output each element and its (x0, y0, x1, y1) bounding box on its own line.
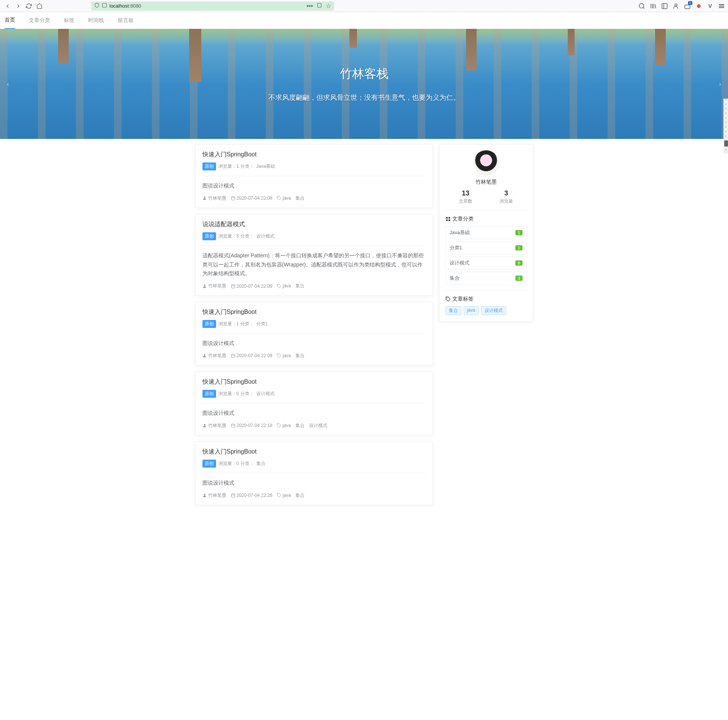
nav-item-4[interactable]: 留言板 (118, 13, 134, 28)
nav-item-2[interactable]: 标签 (64, 13, 74, 28)
article-category-link[interactable]: 设计模式 (256, 391, 275, 397)
article-category-link[interactable]: 集合 (256, 460, 265, 467)
author-icon: 竹林笔墨 (202, 422, 226, 429)
category-item[interactable]: 设计模式8 (445, 257, 527, 269)
article-excerpt: 图说设计模式 (202, 181, 426, 191)
library-icon[interactable] (650, 3, 657, 9)
nav-item-3[interactable]: 时间线 (88, 13, 104, 28)
category-item[interactable]: Java基础1 (445, 226, 527, 239)
date-icon: 2020-07-04 22:08 (231, 195, 273, 201)
search-icon[interactable] (638, 3, 645, 9)
vue-devtools-icon[interactable]: V (707, 3, 714, 9)
original-badge: 原创 (202, 390, 216, 398)
category-item[interactable]: 集合3 (445, 272, 527, 285)
article-meta: 原创浏览量：1 分类：分类1 (202, 320, 426, 328)
carousel-prev[interactable]: ‹ (3, 76, 13, 92)
red-dot-icon[interactable] (695, 3, 702, 9)
author-icon: 竹林笔墨 (202, 195, 226, 202)
stat: 13文章数 (459, 189, 472, 205)
hero-title: 竹林客栈 (340, 66, 388, 82)
article-footer: 竹林笔墨2020-07-04 22:18java 集合 设计模式 (202, 422, 426, 429)
svg-rect-7 (231, 197, 235, 200)
home-button[interactable] (35, 2, 44, 11)
date-icon: 2020-07-04 22:09 (231, 353, 273, 358)
article-category-link[interactable]: Java基础 (256, 163, 275, 170)
author-icon: 竹林笔墨 (202, 353, 226, 359)
ellipsis-icon[interactable]: ••• (306, 3, 313, 9)
account-icon[interactable] (673, 3, 679, 9)
svg-rect-9 (231, 285, 235, 288)
article-meta: 原创浏览量：5 分类：设计模式 (202, 232, 426, 240)
nav-item-0[interactable]: 首页 (5, 12, 15, 29)
article-excerpt: 适配器模式(Adapter Pattern)：将一个接口转换成客户希望的另一个接… (202, 251, 426, 278)
svg-rect-3 (662, 3, 667, 9)
svg-rect-1 (317, 3, 321, 7)
tag-chip[interactable]: java (464, 306, 479, 315)
side-grab[interactable] (724, 140, 728, 147)
menu-icon[interactable] (718, 3, 725, 9)
reload-button[interactable] (24, 2, 33, 11)
info-icon (102, 3, 107, 9)
original-badge: 原创 (202, 320, 216, 328)
shield-icon (94, 3, 99, 9)
article-meta: 原创浏览量：1 分类：Java基础 (202, 162, 426, 170)
original-badge: 原创 (202, 232, 216, 240)
carousel-next[interactable]: › (715, 76, 725, 92)
avatar (473, 150, 499, 176)
tag-icon: java 集合 (277, 492, 305, 499)
article-card: 说说适配器模式原创浏览量：5 分类：设计模式适配器模式(Adapter Patt… (195, 214, 433, 296)
tag-icon: java 集合 (277, 353, 305, 359)
svg-rect-19 (446, 219, 447, 221)
svg-point-2 (639, 3, 644, 8)
hero-subtitle: 不求风度翩翩，但求风骨立世；没有书生意气，也要为义为仁。 (268, 93, 460, 102)
original-badge: 原创 (202, 162, 216, 170)
profile-name: 竹林笔墨 (445, 179, 527, 186)
article-meta: 原创浏览量：0 分类：集合 (202, 460, 426, 468)
aside-categories-heading: 文章分类 (445, 216, 527, 222)
tag-chip[interactable]: 设计模式 (481, 306, 506, 315)
article-category-link[interactable]: 设计模式 (256, 233, 275, 239)
date-icon: 2020-07-04 22:09 (231, 284, 273, 289)
tag-chip[interactable]: 集合 (445, 306, 461, 315)
article-footer: 竹林笔墨2020-07-04 22:09java 集合 (202, 283, 426, 289)
forward-button[interactable] (14, 2, 23, 11)
tag-icon: java 集合 (277, 283, 305, 289)
back-button[interactable] (3, 2, 12, 11)
article-excerpt: 图说设计模式 (202, 339, 426, 348)
svg-rect-20 (448, 219, 450, 221)
author-icon: 竹林笔墨 (202, 492, 226, 499)
article-meta: 原创浏览量：0 分类：设计模式 (202, 390, 426, 398)
sidebar-icon[interactable] (661, 3, 668, 9)
article-excerpt: 图说设计模式 (202, 409, 426, 418)
bookmark-star-icon[interactable]: ☆ (326, 2, 331, 9)
article-title[interactable]: 快速入门SpringBoot (202, 151, 426, 159)
svg-rect-13 (231, 424, 235, 427)
tag-icon: java 集合 设计模式 (277, 422, 327, 429)
article-category-link[interactable]: 分类1 (256, 321, 268, 327)
article-title[interactable]: 快速入门SpringBoot (202, 378, 426, 386)
author-icon: 竹林笔墨 (202, 283, 226, 289)
category-item[interactable]: 分类11 (445, 241, 527, 254)
svg-rect-0 (103, 3, 107, 7)
article-excerpt: 图说设计模式 (202, 479, 426, 488)
address-bar[interactable]: localhost:8080 ••• ☆ (91, 2, 334, 11)
svg-rect-15 (231, 494, 235, 497)
article-list: 快速入门SpringBoot原创浏览量：1 分类：Java基础图说设计模式竹林笔… (195, 144, 433, 505)
svg-rect-18 (448, 217, 450, 219)
date-icon: 2020-07-04 22:18 (231, 423, 273, 428)
article-title[interactable]: 快速入门SpringBoot (202, 448, 426, 456)
date-icon: 2020-07-04 22:26 (231, 493, 273, 498)
article-footer: 竹林笔墨2020-07-04 22:26java 集合 (202, 492, 426, 499)
nav-item-1[interactable]: 文章分类 (29, 13, 50, 28)
extension-icon[interactable]: 0 (684, 3, 691, 9)
article-title[interactable]: 说说适配器模式 (202, 221, 426, 228)
svg-rect-17 (446, 217, 447, 219)
reader-icon[interactable] (317, 3, 322, 9)
browser-toolbar: localhost:8080 ••• ☆ 0 V (0, 0, 728, 12)
svg-point-5 (675, 4, 677, 6)
svg-rect-6 (685, 5, 690, 9)
article-card: 快速入门SpringBoot原创浏览量：0 分类：设计模式图说设计模式竹林笔墨2… (195, 372, 433, 435)
article-footer: 竹林笔墨2020-07-04 22:08java 集合 (202, 195, 426, 202)
original-badge: 原创 (202, 460, 216, 468)
article-title[interactable]: 快速入门SpringBoot (202, 308, 426, 316)
